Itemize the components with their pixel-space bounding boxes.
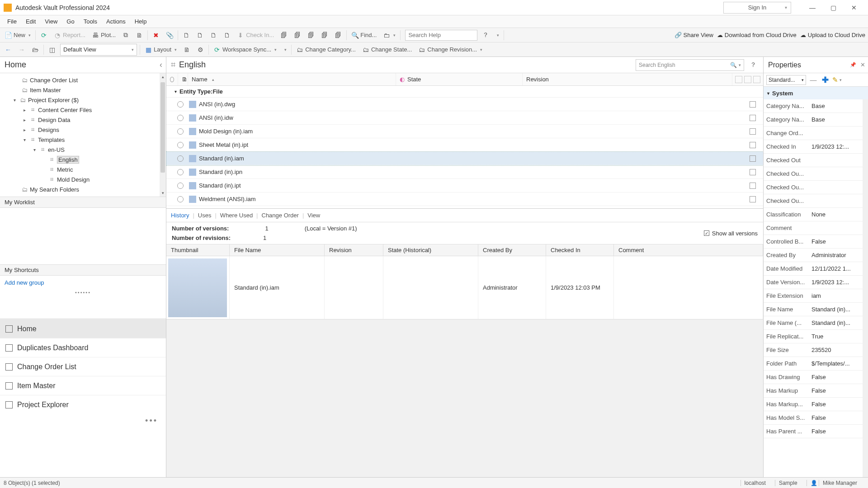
search-help-input[interactable]: [405, 30, 477, 41]
toolbar-btn-16[interactable]: 🗐: [306, 29, 316, 41]
chevron-right-icon[interactable]: ▸: [22, 108, 27, 113]
tab-uses[interactable]: Uses: [198, 212, 212, 219]
row-checkbox[interactable]: [750, 142, 756, 148]
tree-item-project-explorer[interactable]: ▾🗂Project Explorer ($): [0, 95, 166, 105]
chevron-down-icon[interactable]: ▾: [12, 98, 17, 103]
toolbar-btn-11[interactable]: 🗋: [208, 29, 219, 41]
toolbar-btn-6[interactable]: 🗎: [134, 29, 145, 41]
property-row[interactable]: Checked Ou...: [764, 181, 868, 194]
close-button[interactable]: ✕: [844, 1, 864, 14]
chevron-down-icon[interactable]: ▾: [32, 147, 37, 152]
chevron-right-icon[interactable]: ▸: [22, 127, 27, 132]
property-row[interactable]: Checked Ou...: [764, 167, 868, 181]
property-row[interactable]: Has DrawingFalse: [764, 371, 868, 384]
tree-item-mold[interactable]: ⌗Mold Design: [0, 174, 166, 184]
share-view-button[interactable]: 🔗Share View: [675, 32, 713, 38]
plot-button[interactable]: 🖶Plot...: [90, 29, 118, 41]
view-mode-button-2[interactable]: [744, 76, 751, 83]
maximize-button[interactable]: ▢: [823, 1, 844, 14]
property-row[interactable]: Has Parent ...False: [764, 425, 868, 438]
nav-home[interactable]: Home: [0, 319, 166, 338]
find-button[interactable]: 🔍Find...: [349, 29, 378, 41]
menu-file[interactable]: File: [4, 17, 20, 26]
change-category-button[interactable]: 🗂Change Category...: [294, 44, 358, 56]
pin-icon[interactable]: 📌: [850, 62, 856, 68]
file-row[interactable]: ANSI (in).idw: [166, 111, 763, 125]
property-row[interactable]: Category Na...Base: [764, 99, 868, 113]
column-state[interactable]: ◐State: [396, 73, 523, 85]
props-edit-button[interactable]: ✎: [832, 75, 841, 84]
property-row[interactable]: Comment: [764, 221, 868, 235]
signin-dropdown[interactable]: Sign In: [723, 2, 791, 14]
search-folder-input[interactable]: Search English 🔍▾: [636, 59, 744, 71]
download-cloud-button[interactable]: ☁Download from Cloud Drive: [717, 32, 797, 38]
nav-project-explorer[interactable]: Project Explorer: [0, 395, 166, 414]
collapse-icon[interactable]: ‹: [160, 60, 162, 70]
tab-history[interactable]: History: [171, 212, 189, 219]
close-icon[interactable]: ✕: [860, 61, 865, 68]
layout-button[interactable]: ▦Layout: [143, 44, 179, 56]
tree-item-enus[interactable]: ▾⌗en-US: [0, 145, 166, 155]
props-group-system[interactable]: ▾System: [764, 87, 868, 99]
property-row[interactable]: ClassificationNone: [764, 208, 868, 221]
tree-item-english[interactable]: ⌗English: [0, 155, 166, 164]
properties-selector[interactable]: Standard...: [766, 75, 806, 85]
toolbar-btn-12[interactable]: 🗋: [222, 29, 232, 41]
toolbar-btn-18[interactable]: 🗐: [333, 29, 344, 41]
property-row[interactable]: File Name (...Standard (in)...: [764, 316, 868, 330]
col-state[interactable]: State (Historical): [383, 244, 478, 256]
property-row[interactable]: Change Ord...: [764, 127, 868, 140]
history-row[interactable]: Standard (in).iam Administrator 1/9/2023…: [166, 256, 763, 319]
more-dots[interactable]: •••: [0, 414, 166, 427]
file-row[interactable]: Standard (in).ipn: [166, 165, 763, 179]
tree-item-content-center[interactable]: ▸⌗Content Center Files: [0, 105, 166, 115]
property-row[interactable]: Checked Ou...: [764, 194, 868, 208]
tree-item-design-data[interactable]: ▸⌗Design Data: [0, 115, 166, 125]
view-mode-button-3[interactable]: [753, 76, 760, 83]
row-checkbox[interactable]: [750, 155, 756, 162]
tab-view[interactable]: View: [307, 212, 320, 219]
scroll-up-icon[interactable]: ▴: [160, 73, 166, 80]
row-checkbox[interactable]: [750, 169, 756, 175]
chevron-right-icon[interactable]: ▸: [22, 117, 27, 122]
props-minus-button[interactable]: —: [809, 75, 818, 84]
toolbar-btn-15[interactable]: 🗐: [292, 29, 303, 41]
delete-button[interactable]: ✖: [151, 29, 161, 41]
file-row[interactable]: ANSI (in).dwg: [166, 98, 763, 111]
add-group-link[interactable]: Add new group: [0, 276, 166, 290]
row-checkbox[interactable]: [750, 101, 756, 108]
nav-change-order[interactable]: Change Order List: [0, 357, 166, 376]
tab-change-order[interactable]: Change Order: [262, 212, 299, 219]
change-revision-button[interactable]: 🗂Change Revision...: [416, 44, 484, 56]
toolbar2-btn-b[interactable]: ⚙: [195, 44, 206, 56]
toolbar-btn-10[interactable]: 🗋: [194, 29, 205, 41]
property-row[interactable]: Controlled B...False: [764, 235, 868, 249]
tree-scrollbar[interactable]: ▴ ▾: [160, 73, 166, 197]
column-revision[interactable]: Revision: [523, 73, 732, 85]
upload-cloud-button[interactable]: ☁Upload to Cloud Drive: [800, 32, 865, 38]
chevron-down-icon[interactable]: ▾: [739, 63, 741, 67]
chevron-down-icon[interactable]: ▾: [22, 137, 27, 142]
help-button[interactable]: ？: [480, 29, 491, 41]
back-button[interactable]: ←: [3, 44, 14, 56]
menu-tools[interactable]: Tools: [80, 17, 101, 26]
tab-where-used[interactable]: Where Used: [220, 212, 253, 219]
toolbar-btn-9[interactable]: 🗋: [181, 29, 192, 41]
property-row[interactable]: Folder Path$/Templates/...: [764, 357, 868, 371]
minimize-button[interactable]: ―: [802, 1, 823, 14]
col-filename[interactable]: File Name: [230, 244, 325, 256]
property-row[interactable]: Has Markup...False: [764, 398, 868, 411]
property-row[interactable]: Checked Out: [764, 154, 868, 167]
forward-button[interactable]: →: [16, 44, 27, 56]
tree-item-change-order-list[interactable]: 🗂Change Order List: [0, 75, 166, 85]
toolbar-btn-14[interactable]: 🗐: [278, 29, 289, 41]
help-context-button[interactable]: ？: [748, 59, 759, 71]
file-row[interactable]: Mold Design (in).iam: [166, 125, 763, 138]
up-button[interactable]: 🗁: [30, 44, 41, 56]
row-checkbox[interactable]: [750, 115, 756, 121]
property-row[interactable]: Date Modified12/11/2022 1...: [764, 262, 868, 276]
col-revision[interactable]: Revision: [325, 244, 383, 256]
tree-item-metric[interactable]: ⌗Metric: [0, 164, 166, 174]
menu-view[interactable]: View: [41, 17, 61, 26]
search-icon[interactable]: 🔍: [730, 62, 737, 68]
